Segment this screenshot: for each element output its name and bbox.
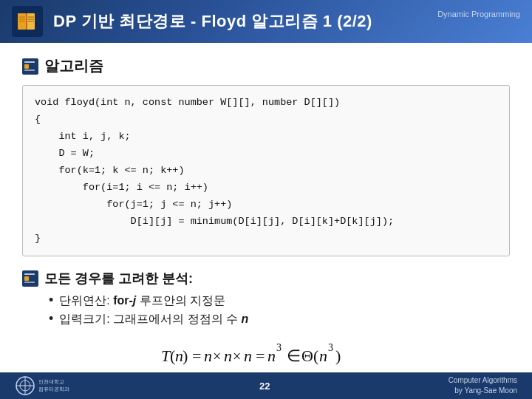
svg-text:=: =	[192, 347, 201, 365]
svg-text:): )	[183, 347, 188, 365]
svg-text:∈: ∈	[287, 347, 301, 365]
svg-text:3: 3	[328, 342, 333, 353]
svg-text:): )	[335, 347, 341, 365]
svg-text:n: n	[224, 347, 232, 365]
footer: 인천대학교 컴퓨터공학과 22 Computer Algorithms by Y…	[0, 372, 532, 399]
formula-area: T ( n ) = n × n × n = n 3 ∈	[22, 335, 510, 375]
footer-logo: 인천대학교 컴퓨터공학과	[15, 375, 81, 396]
code-line-1: {	[35, 112, 497, 129]
svg-rect-11	[24, 64, 29, 69]
bullet-item-1: • 단위연산: for-j 루프안의 지정문	[49, 293, 510, 309]
code-line-7: D[i][j] = minimum(D[i][j], D[i][k]+D[k][…	[35, 214, 497, 231]
bullet-dot-2: •	[49, 312, 53, 325]
header-title: DP 기반 최단경로 - Floyd 알고리즘 1 (2/2)	[53, 10, 372, 33]
code-line-5: for(i=1; i <= n; i++)	[35, 180, 497, 197]
section1-title-row: 알고리즘	[22, 56, 510, 76]
code-line-0: void floyd(int n, const number W[][], nu…	[35, 95, 497, 112]
svg-text:3: 3	[276, 342, 282, 353]
svg-text:Θ(: Θ(	[301, 347, 318, 365]
footer-credit-line1: Computer Algorithms	[449, 375, 517, 386]
code-line-3: D = W;	[35, 146, 497, 163]
logo-icon	[12, 6, 43, 37]
bullet-list: • 단위연산: for-j 루프안의 지정문 • 입력크기: 그래프에서의 정점…	[22, 293, 510, 327]
header: DP 기반 최단경로 - Floyd 알고리즘 1 (2/2) Dynamic …	[0, 0, 532, 43]
header-subtitle: Dynamic Programming	[437, 9, 520, 20]
svg-rect-17	[24, 282, 35, 283]
svg-rect-15	[24, 276, 29, 281]
footer-page-number: 22	[259, 381, 270, 392]
footer-credit: Computer Algorithms by Yang-Sae Moon	[449, 375, 517, 396]
svg-rect-16	[24, 273, 35, 275]
code-block: void floyd(int n, const number W[][], nu…	[22, 85, 510, 256]
analysis-title-row: 모든 경우를 고려한 분석:	[22, 270, 510, 287]
svg-rect-12	[24, 61, 35, 63]
university-logo-icon: 인천대학교 컴퓨터공학과	[15, 375, 81, 396]
svg-text:n: n	[267, 347, 276, 365]
footer-credit-line2: by Yang-Sae Moon	[449, 386, 517, 396]
analysis-section: 모든 경우를 고려한 분석: • 단위연산: for-j 루프안의 지정문 • …	[22, 270, 510, 375]
svg-text:n: n	[244, 347, 252, 365]
svg-text:n: n	[319, 347, 327, 365]
code-line-8: }	[35, 231, 497, 248]
analysis-icon	[22, 270, 38, 287]
code-line-4: for(k=1; k <= n; k++)	[35, 163, 497, 180]
svg-rect-13	[24, 69, 35, 71]
bullet-dot-1: •	[49, 293, 53, 307]
svg-text:×: ×	[233, 348, 241, 364]
section1-label: 알고리즘	[44, 56, 103, 76]
bullet-text-1: 단위연산: for-j 루프안의 지정문	[59, 293, 225, 309]
section1-icon	[22, 58, 38, 75]
main-content: 알고리즘 void floyd(int n, const number W[][…	[0, 43, 532, 390]
svg-text:인천대학교: 인천대학교	[38, 379, 64, 385]
formula-svg: T ( n ) = n × n × n = n 3 ∈	[161, 335, 398, 375]
svg-text:=: =	[256, 347, 265, 365]
code-line-2: int i, j, k;	[35, 129, 497, 146]
code-line-6: for(j=1; j <= n; j++)	[35, 197, 497, 214]
analysis-title: 모든 경우를 고려한 분석:	[44, 270, 193, 287]
svg-text:×: ×	[213, 348, 221, 364]
svg-text:n: n	[204, 347, 212, 365]
svg-text:컴퓨터공학과: 컴퓨터공학과	[38, 386, 69, 392]
bullet-item-2: • 입력크기: 그래프에서의 정점의 수 n	[49, 312, 510, 327]
svg-rect-3	[26, 13, 27, 30]
bullet-text-2: 입력크기: 그래프에서의 정점의 수 n	[59, 312, 248, 327]
